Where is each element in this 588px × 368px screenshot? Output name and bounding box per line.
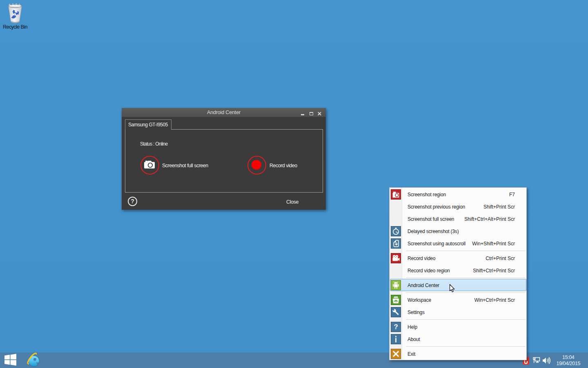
svg-text:?: ? [394,323,398,331]
